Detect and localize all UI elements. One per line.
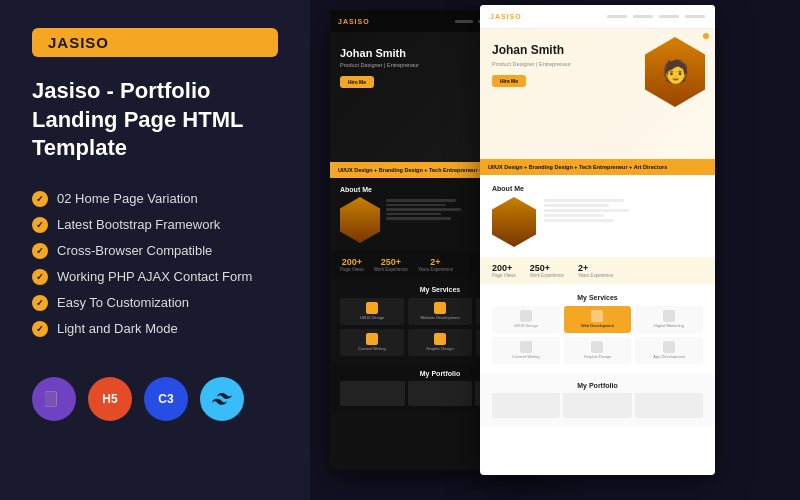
light-nav-link	[633, 15, 653, 18]
light-stat-label: Work Experience	[530, 273, 564, 278]
light-service-icon	[663, 341, 675, 353]
light-portfolio-section: My Portfolio	[480, 374, 715, 426]
dark-about-line	[386, 217, 451, 220]
dark-about-line	[386, 199, 456, 202]
dark-stat-label: Page Views	[340, 267, 364, 272]
dark-service-name: Graphic Design	[411, 347, 469, 352]
light-service-card-highlight: Web Development	[564, 306, 632, 333]
dark-stat-label: Work Experience	[374, 267, 408, 272]
light-stat: 200+ Page Views	[492, 263, 516, 278]
check-icon: ✓	[32, 217, 48, 233]
light-stat-number: 250+	[530, 263, 564, 273]
dark-nav-link	[455, 20, 473, 23]
light-service-icon	[591, 310, 603, 322]
dark-about-lines	[386, 197, 461, 243]
list-item: ✓ Working PHP AJAX Contact Form	[32, 269, 278, 285]
dark-service-icon	[434, 302, 446, 314]
check-icon: ✓	[32, 269, 48, 285]
feature-label: 02 Home Page Variation	[57, 191, 198, 206]
dark-stat: 200+ Page Views	[340, 257, 364, 272]
dark-service-name: Content Writing	[343, 347, 401, 352]
light-stat-number: 2+	[578, 263, 613, 273]
light-about-line	[544, 209, 629, 212]
dark-stat-label: Years Experience	[418, 267, 453, 272]
features-list: ✓ 02 Home Page Variation ✓ Latest Bootst…	[32, 191, 278, 337]
dark-service-icon	[366, 302, 378, 314]
light-stat: 2+ Years Experience	[578, 263, 613, 278]
css3-label: C3	[158, 392, 173, 406]
light-about-line	[544, 199, 624, 202]
dark-stat-number: 200+	[340, 257, 364, 267]
dark-nav-logo: JASISO	[338, 18, 370, 25]
dark-hire-btn: Hire Me	[340, 76, 374, 88]
html5-icon: H5	[88, 377, 132, 421]
dark-service-name: UI/UX Design	[343, 316, 401, 321]
light-about-line	[544, 214, 604, 217]
light-service-name: Content Writing	[495, 355, 557, 360]
light-avatar-hex	[492, 197, 536, 247]
dark-service-card: UI/UX Design	[340, 298, 404, 325]
dark-service-card: Graphic Design	[408, 329, 472, 356]
light-about-line	[544, 204, 609, 207]
light-stat-label: Page Views	[492, 273, 516, 278]
light-hero-dot	[703, 33, 709, 39]
dark-stat-number: 250+	[374, 257, 408, 267]
dark-stat: 2+ Years Experience	[418, 257, 453, 272]
dark-about-line	[386, 208, 461, 211]
dark-service-name: Website Development	[411, 316, 469, 321]
list-item: ✓ Cross-Browser Compatible	[32, 243, 278, 259]
light-service-icon	[520, 341, 532, 353]
dark-about-line	[386, 204, 446, 207]
light-service-name: Web Development	[567, 324, 629, 329]
dark-avatar-hex	[340, 197, 380, 243]
page-title: Jasiso - Portfolio Landing Page HTML Tem…	[32, 77, 278, 163]
light-about-title: About Me	[492, 185, 703, 192]
light-about-lines	[544, 197, 629, 247]
light-service-icon	[520, 310, 532, 322]
light-ticker: UI/UX Design + Branding Design + Tech En…	[480, 159, 715, 175]
feature-label: Light and Dark Mode	[57, 321, 178, 336]
dark-portfolio-item	[340, 381, 405, 406]
light-service-card: UI/UX Design	[492, 306, 560, 333]
css3-icon: C3	[144, 377, 188, 421]
list-item: ✓ 02 Home Page Variation	[32, 191, 278, 207]
left-panel: JASISO Jasiso - Portfolio Landing Page H…	[0, 0, 310, 500]
list-item: ✓ Latest Bootstrap Framework	[32, 217, 278, 233]
dark-service-card: Content Writing	[340, 329, 404, 356]
feature-label: Cross-Browser Compatible	[57, 243, 212, 258]
dark-stat-number: 2+	[418, 257, 453, 267]
html5-label: H5	[102, 392, 117, 406]
light-services-grid: UI/UX Design Web Development Digital Mar…	[492, 306, 703, 364]
tech-icons-row: H5 C3	[32, 377, 278, 421]
brand-tag: JASISO	[32, 28, 278, 57]
light-portfolio-item	[635, 393, 703, 418]
dark-service-icon	[434, 333, 446, 345]
light-template-screenshot: JASISO Johan Smith Product Designer | En…	[480, 5, 715, 475]
right-panel: JASISO Johan Smith Product Designer | En…	[310, 0, 800, 500]
list-item: ✓ Easy To Customization	[32, 295, 278, 311]
light-about-hex-fill	[492, 197, 536, 247]
light-services-title: My Services	[492, 294, 703, 301]
light-ticker-text: UI/UX Design + Branding Design + Tech En…	[480, 164, 675, 170]
dark-stat: 250+ Work Experience	[374, 257, 408, 272]
check-icon: ✓	[32, 295, 48, 311]
dark-service-card: Website Development	[408, 298, 472, 325]
list-item: ✓ Light and Dark Mode	[32, 321, 278, 337]
light-nav-link	[607, 15, 627, 18]
light-stat-number: 200+	[492, 263, 516, 273]
light-service-icon	[591, 341, 603, 353]
light-nav-links	[607, 15, 705, 18]
check-icon: ✓	[32, 321, 48, 337]
light-hire-btn: Hire Me	[492, 75, 526, 87]
bootstrap-icon	[32, 377, 76, 421]
light-service-name: Digital Marketing	[638, 324, 700, 329]
light-portfolio-grid	[492, 393, 703, 418]
light-service-name: App Development	[638, 355, 700, 360]
light-services-section: My Services UI/UX Design Web Development…	[480, 284, 715, 374]
dark-about-line	[386, 213, 441, 216]
light-nav-link	[685, 15, 705, 18]
light-about-content	[492, 197, 703, 247]
light-portfolio-title: My Portfolio	[492, 382, 703, 389]
light-stats-section: 200+ Page Views 250+ Work Experience 2+ …	[480, 257, 715, 284]
feature-label: Easy To Customization	[57, 295, 189, 310]
